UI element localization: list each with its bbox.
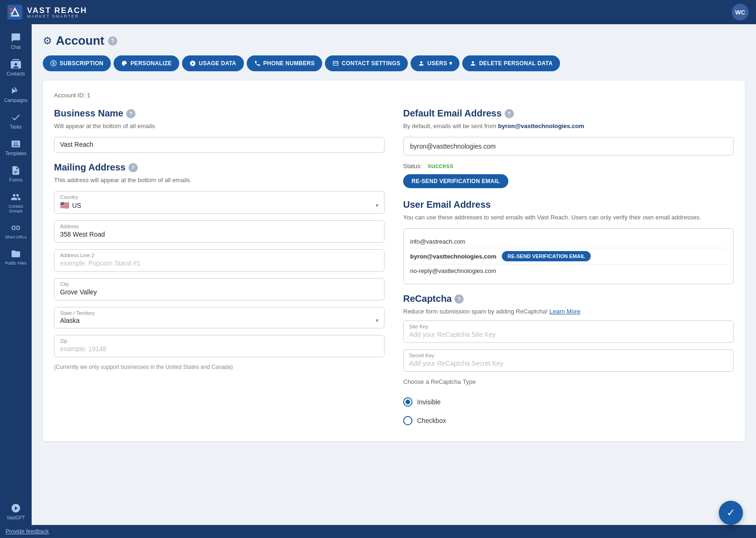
email-row-2: no-reply@vasttechnologies.com bbox=[410, 265, 727, 277]
sidebar-item-contacts[interactable]: Contacts bbox=[0, 54, 32, 81]
zip-field: Zip bbox=[54, 335, 385, 357]
left-column: Business Name ? Will appear at the botto… bbox=[54, 108, 385, 430]
status-value: success bbox=[427, 162, 453, 170]
user-icon bbox=[418, 60, 425, 67]
tab-subscription[interactable]: $ SUBSCRIPTION bbox=[43, 55, 111, 71]
settings-icon: ⚙ bbox=[43, 35, 52, 47]
two-col-layout: Business Name ? Will appear at the botto… bbox=[54, 108, 734, 430]
tab-users[interactable]: USERS ▾ bbox=[411, 55, 459, 71]
address-line2-input[interactable] bbox=[60, 259, 378, 267]
resend-verification-btn-2[interactable]: RE-SEND VERIFICATION EMAIL bbox=[502, 251, 591, 261]
state-input[interactable] bbox=[60, 317, 376, 324]
sidebar-item-short-urls[interactable]: Short URLs bbox=[0, 218, 32, 244]
tab-personalize[interactable]: PERSONALIZE bbox=[114, 55, 179, 71]
svg-rect-0 bbox=[7, 5, 22, 20]
sidebar-item-contact-groups[interactable]: Contact Groups bbox=[0, 187, 32, 218]
sidebar-item-label: Short URLs bbox=[5, 235, 27, 239]
business-name-help[interactable]: ? bbox=[126, 109, 135, 118]
secret-key-input[interactable] bbox=[409, 360, 728, 367]
state-dropdown-arrow[interactable]: ▾ bbox=[376, 317, 378, 324]
city-field: City bbox=[54, 278, 385, 300]
default-email-box: byron@vasttechnologies.com bbox=[403, 137, 734, 156]
default-email-value: byron@vasttechnologies.com bbox=[410, 143, 496, 150]
user-email-title: User Email Address bbox=[403, 199, 734, 210]
business-name-input[interactable] bbox=[60, 141, 378, 148]
recaptcha-desc: Reduce form submission spam by adding Re… bbox=[403, 308, 734, 315]
radio-invisible-label: Invisible bbox=[417, 398, 441, 406]
sidebar-item-templates[interactable]: Templates bbox=[0, 134, 32, 161]
radio-checkbox[interactable]: Checkbox bbox=[403, 411, 734, 430]
user-email-box: info@vastreach.com byron@vasttechnologie… bbox=[403, 228, 734, 284]
right-column: Default Email Address ? By default, emai… bbox=[403, 108, 734, 430]
tab-contact-settings[interactable]: CONTACT SETTINGS bbox=[325, 55, 408, 71]
radio-invisible-circle bbox=[403, 397, 412, 407]
radio-checkbox-circle bbox=[403, 416, 412, 425]
country-label: Country bbox=[60, 194, 378, 200]
contact-icon bbox=[332, 60, 339, 67]
sidebar-item-label: Chat bbox=[11, 45, 20, 50]
svg-point-3 bbox=[10, 12, 12, 14]
city-input[interactable] bbox=[60, 288, 378, 296]
support-note: (Currently we only support businesses in… bbox=[54, 364, 385, 370]
resend-verification-btn[interactable]: RE-SEND VERIFICATION EMAIL bbox=[403, 174, 508, 188]
provide-feedback-link[interactable]: Provide feedback bbox=[6, 528, 49, 535]
public-files-icon bbox=[11, 249, 21, 259]
dollar-icon: $ bbox=[50, 60, 57, 67]
email-address-0: info@vastreach.com bbox=[410, 238, 466, 245]
contact-groups-icon bbox=[11, 192, 21, 202]
country-dropdown-arrow[interactable]: ▾ bbox=[376, 202, 378, 209]
app-body: Chat Contacts Campaigns Tasks Templates … bbox=[0, 24, 756, 525]
learn-more-link[interactable]: Learn More bbox=[549, 308, 580, 315]
fab-button[interactable]: ✓ bbox=[719, 501, 743, 525]
mailing-address-title: Mailing Address ? bbox=[54, 162, 385, 173]
user-email-desc: You can use these addresses to send emai… bbox=[403, 214, 734, 221]
user-avatar[interactable]: WC bbox=[732, 4, 749, 20]
account-id: Account ID: 1 bbox=[54, 92, 734, 99]
secret-key-field: Secret Key bbox=[403, 349, 734, 372]
logo-text: VAST REACH MARKET SMARTER bbox=[27, 6, 87, 19]
zip-label: Zip bbox=[60, 338, 378, 344]
recaptcha-title: ReCaptcha ? bbox=[403, 293, 734, 304]
tasks-icon bbox=[11, 112, 21, 123]
state-label: State / Territory bbox=[60, 310, 378, 316]
tab-delete-personal[interactable]: DELETE PERSONAL DATA bbox=[462, 55, 560, 71]
templates-icon bbox=[11, 139, 21, 149]
tab-usage-data[interactable]: USAGE DATA bbox=[182, 55, 244, 71]
default-email-help[interactable]: ? bbox=[505, 109, 514, 118]
sidebar: Chat Contacts Campaigns Tasks Templates … bbox=[0, 24, 32, 525]
country-flag: 🇺🇸 bbox=[60, 201, 69, 210]
sidebar-item-label: Campaigns bbox=[4, 98, 28, 103]
site-key-label: Site Key bbox=[409, 324, 728, 329]
site-key-input[interactable] bbox=[409, 331, 728, 338]
bottom-bar: Provide feedback bbox=[0, 525, 756, 538]
svg-text:$: $ bbox=[53, 61, 55, 66]
main-content: ⚙ Account ? $ SUBSCRIPTION PERSONALIZE U… bbox=[32, 24, 756, 525]
palette-icon bbox=[121, 60, 128, 67]
email-address-1: byron@vasttechnologies.com bbox=[410, 253, 496, 260]
recaptcha-help[interactable]: ? bbox=[454, 294, 464, 304]
country-input[interactable] bbox=[72, 202, 376, 209]
sidebar-item-vastgpt[interactable]: VastGPT bbox=[0, 498, 32, 525]
mailing-address-help[interactable]: ? bbox=[128, 163, 138, 172]
sidebar-item-public-files[interactable]: Public Files bbox=[0, 244, 32, 270]
help-icon[interactable]: ? bbox=[108, 36, 117, 46]
sidebar-item-forms[interactable]: Forms bbox=[0, 161, 32, 187]
address-input[interactable] bbox=[60, 231, 378, 238]
sidebar-item-label: VastGPT bbox=[7, 515, 25, 520]
default-email-desc: By default, emails will be sent from byr… bbox=[403, 123, 734, 129]
tab-phone-numbers[interactable]: PHONE NUMBERS bbox=[247, 55, 323, 71]
country-field: Country 🇺🇸 ▾ bbox=[54, 191, 385, 214]
phone-icon bbox=[254, 60, 261, 67]
zip-input[interactable] bbox=[60, 345, 378, 353]
address-label: Address bbox=[60, 224, 378, 229]
logo-icon bbox=[7, 5, 22, 20]
svg-point-4 bbox=[10, 15, 12, 17]
sidebar-item-tasks[interactable]: Tasks bbox=[0, 108, 32, 134]
sidebar-item-chat[interactable]: Chat bbox=[0, 28, 32, 54]
content-card: Account ID: 1 Business Name ? Will appea… bbox=[43, 81, 745, 441]
sidebar-item-campaigns[interactable]: Campaigns bbox=[0, 81, 32, 108]
sidebar-item-label: Templates bbox=[5, 151, 27, 156]
recaptcha-type-label: Choose a ReCaptcha Type bbox=[403, 378, 734, 385]
default-email-title: Default Email Address ? bbox=[403, 108, 734, 119]
radio-invisible[interactable]: Invisible bbox=[403, 393, 734, 411]
